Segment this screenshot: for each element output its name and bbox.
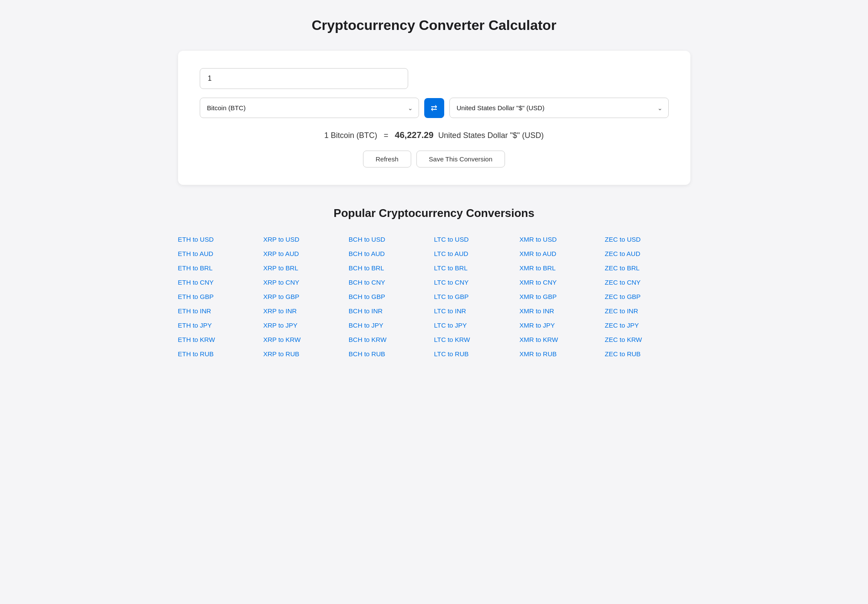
list-item[interactable]: XMR to JPY [519,319,605,332]
list-item[interactable]: ZEC to JPY [605,319,690,332]
list-item[interactable]: ETH to AUD [178,247,264,260]
result-equals: = [384,131,389,140]
list-item[interactable]: LTC to KRW [434,333,520,346]
refresh-button[interactable]: Refresh [363,151,411,167]
list-item[interactable]: ZEC to KRW [605,333,690,346]
list-item[interactable]: LTC to BRL [434,262,520,274]
save-conversion-button[interactable]: Save This Conversion [416,151,505,167]
result-currency: United States Dollar "$" (USD) [438,131,544,140]
list-item[interactable]: XMR to CNY [519,276,605,289]
list-item[interactable]: XMR to USD [519,233,605,246]
list-item[interactable]: XMR to KRW [519,333,605,346]
list-item[interactable]: ZEC to RUB [605,348,690,360]
popular-section-title: Popular Cryptocurrency Conversions [178,207,690,220]
page-title: Cryptocurrency Converter Calculator [178,17,690,33]
amount-input[interactable] [200,68,408,89]
swap-button[interactable]: ⇄ [424,98,444,118]
list-item[interactable]: LTC to JPY [434,319,520,332]
list-item[interactable]: XRP to INR [263,305,349,317]
list-item[interactable]: BCH to GBP [349,290,434,303]
conversions-grid: ETH to USDXRP to USDBCH to USDLTC to USD… [178,233,690,360]
list-item[interactable]: ETH to KRW [178,333,264,346]
list-item[interactable]: LTC to CNY [434,276,520,289]
list-item[interactable]: XRP to GBP [263,290,349,303]
result-value: 46,227.29 [395,130,433,140]
from-currency-select[interactable]: Bitcoin (BTC) [200,98,419,118]
to-currency-wrapper: United States Dollar "$" (USD) ⌄ [449,98,669,118]
list-item[interactable]: XMR to GBP [519,290,605,303]
list-item[interactable]: ETH to BRL [178,262,264,274]
list-item[interactable]: XRP to USD [263,233,349,246]
list-item[interactable]: BCH to JPY [349,319,434,332]
list-item[interactable]: BCH to USD [349,233,434,246]
list-item[interactable]: XRP to KRW [263,333,349,346]
list-item[interactable]: BCH to BRL [349,262,434,274]
list-item[interactable]: ZEC to INR [605,305,690,317]
list-item[interactable]: LTC to RUB [434,348,520,360]
list-item[interactable]: ZEC to CNY [605,276,690,289]
list-item[interactable]: ETH to INR [178,305,264,317]
list-item[interactable]: LTC to AUD [434,247,520,260]
list-item[interactable]: XRP to CNY [263,276,349,289]
from-currency-wrapper: Bitcoin (BTC) ⌄ [200,98,419,118]
list-item[interactable]: BCH to AUD [349,247,434,260]
swap-icon: ⇄ [431,103,437,113]
list-item[interactable]: XRP to AUD [263,247,349,260]
list-item[interactable]: LTC to GBP [434,290,520,303]
list-item[interactable]: ZEC to USD [605,233,690,246]
list-item[interactable]: BCH to CNY [349,276,434,289]
list-item[interactable]: XRP to RUB [263,348,349,360]
list-item[interactable]: ETH to RUB [178,348,264,360]
list-item[interactable]: LTC to USD [434,233,520,246]
list-item[interactable]: BCH to RUB [349,348,434,360]
to-currency-select[interactable]: United States Dollar "$" (USD) [449,98,669,118]
list-item[interactable]: XRP to JPY [263,319,349,332]
list-item[interactable]: XMR to INR [519,305,605,317]
list-item[interactable]: ZEC to AUD [605,247,690,260]
list-item[interactable]: LTC to INR [434,305,520,317]
actions-row: Refresh Save This Conversion [200,151,669,167]
list-item[interactable]: XMR to AUD [519,247,605,260]
list-item[interactable]: ZEC to GBP [605,290,690,303]
list-item[interactable]: ZEC to BRL [605,262,690,274]
result-label: 1 Bitcoin (BTC) [324,131,377,140]
list-item[interactable]: BCH to INR [349,305,434,317]
list-item[interactable]: XMR to BRL [519,262,605,274]
selectors-row: Bitcoin (BTC) ⌄ ⇄ United States Dollar "… [200,98,669,118]
list-item[interactable]: BCH to KRW [349,333,434,346]
list-item[interactable]: XRP to BRL [263,262,349,274]
list-item[interactable]: XMR to RUB [519,348,605,360]
converter-card: Bitcoin (BTC) ⌄ ⇄ United States Dollar "… [178,51,690,185]
list-item[interactable]: ETH to CNY [178,276,264,289]
list-item[interactable]: ETH to USD [178,233,264,246]
list-item[interactable]: ETH to GBP [178,290,264,303]
list-item[interactable]: ETH to JPY [178,319,264,332]
conversion-result: 1 Bitcoin (BTC) = 46,227.29 United State… [200,130,669,140]
